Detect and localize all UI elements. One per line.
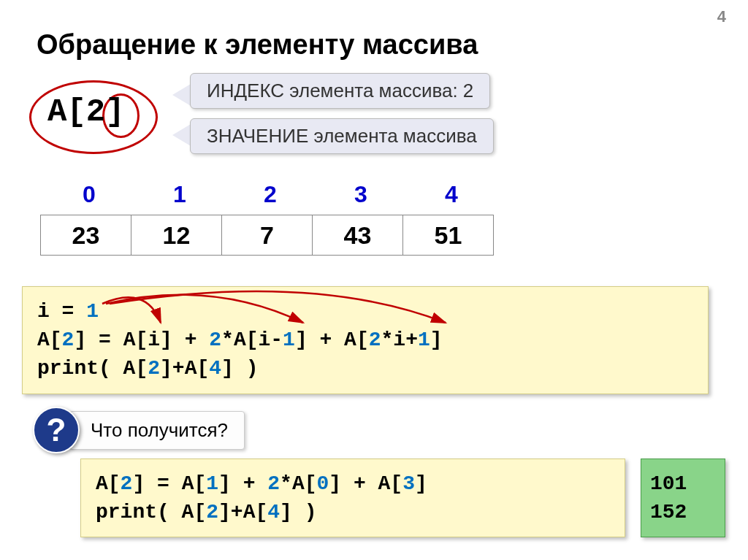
index-row: 0 1 2 3 4 (44, 181, 497, 208)
cell-2: 7 (222, 215, 313, 255)
cell-1: 12 (131, 215, 222, 255)
result-1: 101 (650, 469, 716, 498)
cell-0: 23 (41, 215, 131, 255)
idx-4: 4 (406, 181, 497, 208)
code2-line2: print( A[2]+A[4] ) (96, 498, 610, 526)
code-block-1: i = 1 A[2] = A[i] + 2*A[i-1] + A[2*i+1] … (22, 286, 709, 394)
idx-3: 3 (316, 181, 406, 208)
idx-1: 1 (134, 181, 225, 208)
array-expression: A[2] (47, 93, 125, 130)
page-title: Обращение к элементу массива (37, 29, 478, 61)
callout-tail-2 (172, 124, 191, 146)
code1-line2: A[2] = A[i] + 2*A[i-1] + A[2*i+1] (37, 326, 693, 354)
question-icon: ? (33, 407, 80, 453)
code1-line1: i = 1 (37, 297, 693, 326)
code-block-2: A[2] = A[1] + 2*A[0] + A[3] print( A[2]+… (80, 459, 625, 537)
results-box: 101 152 (641, 459, 725, 537)
question-label: Что получится? (69, 411, 245, 450)
callout-tail-1 (172, 84, 191, 106)
idx-2: 2 (225, 181, 316, 208)
callout-value: ЗНАЧЕНИЕ элемента массива (190, 118, 494, 154)
page-number: 4 (717, 7, 726, 26)
array-row: 23 12 7 43 51 (40, 215, 494, 256)
result-2: 152 (650, 498, 716, 526)
callout-index: ИНДЕКС элемента массива: 2 (190, 73, 490, 109)
code1-line3: print( A[2]+A[4] ) (37, 354, 693, 383)
cell-4: 51 (403, 215, 493, 255)
code2-line1: A[2] = A[1] + 2*A[0] + A[3] (96, 469, 610, 498)
idx-0: 0 (44, 181, 134, 208)
cell-3: 43 (313, 215, 403, 255)
